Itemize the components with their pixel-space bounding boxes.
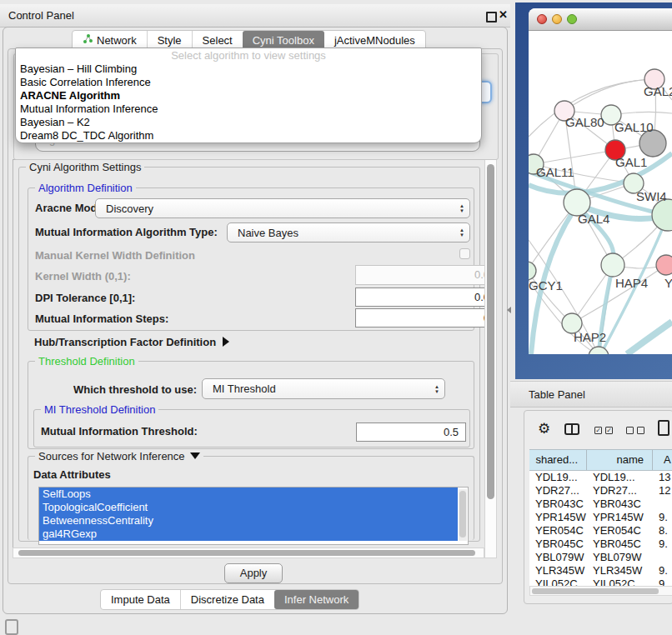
- vertical-scrollbar-thumb[interactable]: [487, 164, 494, 499]
- close-panel-icon[interactable]: ✕: [499, 8, 508, 21]
- sources-group: Sources for Network Inference Data Attri…: [28, 456, 474, 540]
- network-graph[interactable]: GAL2GAL80GAL10GAL1GAL11SWI4GAL4GCY1HAP4Y…: [529, 30, 672, 354]
- table-cell: 9.: [653, 511, 672, 524]
- aracne-mode-combobox[interactable]: Discovery ▲▼: [95, 198, 470, 218]
- collapsed-arrow-icon: [223, 337, 229, 347]
- column-browser-icon[interactable]: [564, 423, 579, 435]
- table-row[interactable]: YER054CYER054C8.: [529, 524, 672, 538]
- hub-section-toggle[interactable]: Hub/Transcription Factor Definition: [34, 336, 229, 348]
- mi-threshold-label: Mutual Information Threshold:: [41, 425, 198, 438]
- network-node-y[interactable]: [656, 255, 672, 275]
- settings-vertical-scrollbar[interactable]: [484, 159, 497, 558]
- algorithm-option-mutual-information-inference[interactable]: Mutual Information Inference: [16, 102, 481, 116]
- table-row[interactable]: YDR27...YDR27...12: [529, 484, 672, 498]
- column-header-name[interactable]: name: [587, 450, 653, 470]
- dpi-tolerance-field[interactable]: 0.0: [355, 288, 486, 307]
- node-label-swi4: SWI4: [636, 189, 667, 203]
- which-threshold-value: MI Threshold: [213, 382, 276, 395]
- data-attributes-list[interactable]: SelfLoopsTopologicalCoefficientBetweenne…: [38, 487, 469, 545]
- table-cell: [653, 551, 672, 564]
- which-threshold-combobox[interactable]: MI Threshold ▲▼: [202, 378, 445, 399]
- node-label-hap2: HAP2: [574, 330, 606, 344]
- float-window-icon[interactable]: [486, 12, 497, 22]
- list-scrollbar[interactable]: [459, 489, 467, 541]
- deselect-all-icon[interactable]: [637, 427, 644, 434]
- table-body: YDL19...YDL19...13YDR27...YDR27...12YBR0…: [529, 471, 672, 588]
- settings-horizontal-scrollbar[interactable]: [13, 548, 484, 558]
- minimized-panel-icon[interactable]: [5, 619, 18, 635]
- algorithm-option-dream8-dc-tdc-algorithm[interactable]: Dream8 DC_TDC Algorithm: [16, 129, 481, 142]
- network-node-hap4[interactable]: [601, 253, 624, 277]
- document-icon[interactable]: [658, 420, 669, 436]
- table-row[interactable]: YDL19...YDL19...13: [529, 471, 672, 484]
- sources-title: Sources for Network Inference: [38, 450, 185, 462]
- screen: Control Panel ✕ NetworkStyleSelectCyni T…: [0, 0, 672, 635]
- attribute-item-betweennesscentrality[interactable]: BetweennessCentrality: [39, 514, 458, 528]
- mi-algorithm-type-combobox[interactable]: Naive Bayes ▲▼: [227, 222, 470, 242]
- sources-toggle[interactable]: Sources for Network Inference: [35, 450, 203, 462]
- attribute-item-gal4rgexp[interactable]: gal4RGexp: [39, 528, 458, 541]
- cyni-algorithm-settings-title: Cyni Algorithm Settings: [26, 161, 144, 173]
- table-cell: [653, 498, 672, 511]
- mi-steps-field[interactable]: 6: [355, 308, 486, 328]
- kernel-width-label: Kernel Width (0,1):: [35, 270, 131, 282]
- table-cell: YBL079W: [587, 551, 653, 564]
- network-canvas[interactable]: GAL2GAL80GAL10GAL1GAL11SWI4GAL4GCY1HAP4Y…: [529, 30, 672, 354]
- mi-steps-label: Mutual Information Steps:: [35, 312, 168, 325]
- column-header-a[interactable]: A: [653, 450, 672, 470]
- panel-splitter-handle[interactable]: [507, 307, 511, 313]
- table-cell: YLR345W: [529, 564, 587, 578]
- tab-impute-data[interactable]: Impute Data: [101, 590, 180, 609]
- mi-threshold-value: 0.5: [444, 426, 459, 438]
- kernel-width-field[interactable]: 0.0: [355, 265, 486, 285]
- deselect-all-icon[interactable]: [626, 427, 634, 434]
- minimize-window-icon[interactable]: [552, 14, 562, 24]
- table-cell: 9.: [653, 538, 672, 551]
- algorithm-option-aracne-algorithm[interactable]: ARACNE Algorithm: [16, 89, 481, 102]
- list-scrollbar-thumb[interactable]: [459, 491, 466, 538]
- tab-discretize-data[interactable]: Discretize Data: [180, 590, 274, 609]
- table-cell: 8.: [653, 524, 672, 538]
- table-row[interactable]: YPR145WYPR145W9.: [529, 511, 672, 524]
- node-label-gal2: GAL2: [644, 84, 672, 98]
- gear-icon[interactable]: ⚙: [538, 422, 550, 437]
- attribute-item-selfloops[interactable]: SelfLoops: [39, 488, 458, 501]
- algorithm-option-bayesian-hill-climbing[interactable]: Bayesian – Hill Climbing: [16, 62, 481, 76]
- table-cell: 9.: [653, 564, 672, 578]
- table-cell: YPR145W: [529, 511, 587, 524]
- node-label-gal80: GAL80: [565, 115, 604, 129]
- network-node-gcy1[interactable]: [529, 262, 536, 280]
- table-scrollbar-thumb[interactable]: [532, 588, 659, 594]
- table-row[interactable]: YBR043CYBR043C: [529, 498, 672, 511]
- close-window-icon[interactable]: [537, 14, 547, 24]
- table-cell: YDL19...: [529, 471, 587, 484]
- network-window-titlebar[interactable]: [529, 8, 672, 31]
- expanded-arrow-icon: [190, 452, 200, 459]
- select-all-icon[interactable]: ✓: [594, 427, 602, 434]
- algorithm-option-bayesian-k2[interactable]: Bayesian – K2: [16, 116, 481, 129]
- network-edge[interactable]: [534, 150, 615, 164]
- mi-threshold-group: MI Threshold Definition Mutual Informati…: [33, 409, 470, 448]
- algorithm-dropdown-placeholder[interactable]: Select algorithm to view settings: [16, 48, 481, 62]
- cyni-algorithm-settings-group: Cyni Algorithm Settings Algorithm Defini…: [18, 167, 480, 542]
- node-table: shared...nameA YDL19...YDL19...13YDR27..…: [529, 449, 672, 596]
- manual-kernel-width-checkbox[interactable]: [459, 248, 470, 259]
- algorithm-option-basic-correlation-inference[interactable]: Basic Correlation Inference: [16, 76, 481, 89]
- table-cell: YPR145W: [587, 511, 653, 524]
- mi-threshold-field[interactable]: 0.5: [356, 422, 466, 442]
- zoom-window-icon[interactable]: [567, 14, 577, 24]
- table-horizontal-scrollbar[interactable]: [529, 586, 672, 596]
- network-edge-thick[interactable]: [627, 322, 672, 354]
- control-panel-titlebar: Control Panel ✕: [0, 4, 510, 28]
- attribute-item-topologicalcoefficient[interactable]: TopologicalCoefficient: [39, 501, 458, 514]
- column-header-shared[interactable]: shared...: [529, 450, 587, 470]
- table-row[interactable]: YLR345WYLR345W9.: [529, 564, 672, 578]
- table-row[interactable]: YBL079WYBL079W: [529, 551, 672, 564]
- select-all-icon[interactable]: ✓: [605, 427, 613, 434]
- tab-infer-network[interactable]: Infer Network: [274, 590, 359, 609]
- apply-button[interactable]: Apply: [224, 563, 283, 583]
- table-cell: 12: [653, 484, 672, 498]
- network-node[interactable]: [652, 199, 672, 231]
- table-row[interactable]: YBR045CYBR045C9.: [529, 538, 672, 551]
- horizontal-scrollbar-thumb[interactable]: [18, 550, 475, 556]
